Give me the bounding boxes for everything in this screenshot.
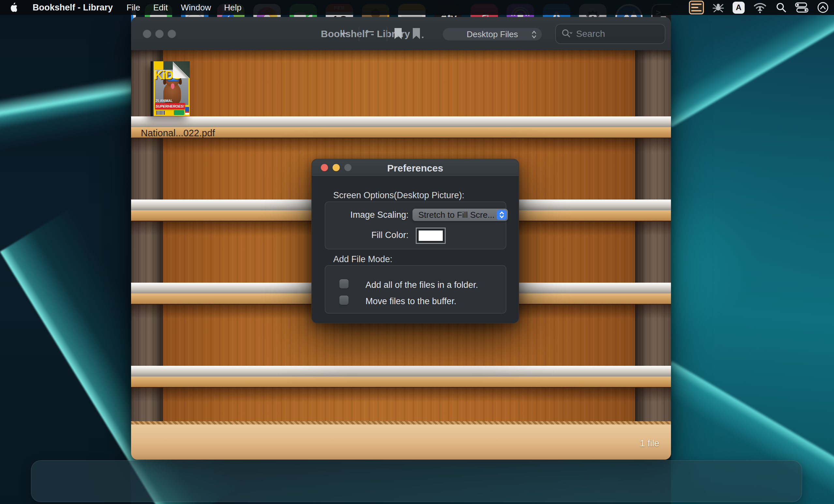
- wifi-alert-icon[interactable]: [752, 1, 767, 14]
- image-scaling-label: Image Scaling:: [325, 210, 409, 220]
- titlebar-shadow: [131, 50, 671, 61]
- dialog-title: Preferences: [312, 163, 519, 174]
- magazine-green-sticker: [174, 110, 184, 115]
- shelf-board-4: [131, 366, 671, 387]
- magazine-spine: [151, 61, 154, 116]
- drweb-spider-icon[interactable]: [712, 1, 725, 14]
- window-titlebar[interactable]: Bookshelf - Library + − Desktop Files: [131, 17, 671, 50]
- magazine-banner: SUPERHEROES!: [155, 103, 185, 109]
- zoom-button[interactable]: [168, 30, 176, 38]
- search-input[interactable]: [575, 28, 649, 40]
- fill-color-well[interactable]: [416, 227, 446, 244]
- add-all-files-checkbox[interactable]: [339, 279, 349, 288]
- toolbar-divider: [387, 27, 387, 41]
- add-file-button[interactable]: +: [340, 27, 348, 40]
- minimize-button[interactable]: [155, 30, 164, 38]
- move-files-buffer-label[interactable]: Move files to the buffer.: [366, 296, 457, 306]
- shelf-shadow: [131, 137, 671, 153]
- shelf-baseboard: 1 file: [131, 421, 671, 460]
- control-center-icon[interactable]: [795, 2, 809, 13]
- menu-file[interactable]: File: [120, 3, 147, 13]
- wallpaper-right-zone: [671, 0, 834, 504]
- bookmark-add-icon[interactable]: [413, 28, 420, 39]
- apple-menu-icon[interactable]: [0, 3, 25, 13]
- wallpaper-beam: [0, 54, 131, 158]
- wallpaper-glow: [671, 140, 814, 381]
- input-source-icon[interactable]: A: [732, 2, 745, 14]
- circle-chevron-icon[interactable]: [816, 1, 830, 14]
- toolbar-divider: [359, 27, 359, 41]
- magazine-banner-line1: 25 ANIMAL: [155, 99, 173, 103]
- fill-color-swatch: [419, 231, 443, 241]
- spotlight-icon[interactable]: [775, 2, 787, 13]
- screen-options-heading: Screen Options(Desktop Picture):: [333, 190, 464, 200]
- pdf-file-thumbnail[interactable]: KiDS 25 ANIMAL SUPERHEROES!: [151, 61, 190, 116]
- menubar-app-name[interactable]: Bookshelf - Library: [25, 3, 120, 13]
- file-name-label[interactable]: National...022.pdf: [141, 128, 215, 138]
- add-all-files-label[interactable]: Add all of the files in a folder.: [366, 280, 478, 290]
- collection-popup-value: Desktop Files: [466, 29, 518, 40]
- preferences-dialog: Preferences Screen Options(Desktop Pictu…: [311, 159, 519, 323]
- magazine-barcode: [156, 111, 164, 115]
- popup-stepper-icon: [497, 210, 507, 220]
- menu-help[interactable]: Help: [217, 3, 248, 13]
- search-icon: [561, 28, 572, 40]
- dog-tongue: [171, 84, 174, 89]
- screen-options-groupbox: Image Scaling: Stretch to Fill Scre... F…: [325, 201, 506, 249]
- file-count-status: 1 file: [640, 438, 659, 448]
- menu-edit[interactable]: Edit: [147, 3, 174, 13]
- search-field[interactable]: [555, 24, 665, 44]
- close-button[interactable]: [143, 30, 151, 38]
- magazine-logo-chip: [185, 107, 189, 115]
- menu-bar: Bookshelf - Library File Edit Window Hel…: [0, 0, 834, 15]
- page-curl: [173, 61, 190, 78]
- collection-popup[interactable]: Desktop Files: [443, 28, 542, 40]
- shelf-shadow: [131, 387, 671, 402]
- move-files-buffer-checkbox[interactable]: [339, 296, 349, 305]
- menu-window[interactable]: Window: [174, 3, 217, 13]
- popup-chevrons-icon: [531, 30, 537, 39]
- image-scaling-popup[interactable]: Stretch to Fill Scre...: [413, 209, 508, 221]
- add-file-mode-groupbox: Add all of the files in a folder. Move f…: [325, 265, 506, 314]
- baseboard-stitching: [131, 421, 671, 424]
- dock: [31, 460, 802, 502]
- fill-color-label: Fill Color:: [325, 230, 409, 240]
- bookmark-dot: [422, 37, 423, 38]
- remove-file-button[interactable]: −: [367, 25, 375, 39]
- image-scaling-value: Stretch to Fill Scre...: [413, 210, 495, 220]
- bookshelf-status-icon[interactable]: [689, 1, 704, 14]
- magazine-cover: KiDS 25 ANIMAL SUPERHEROES!: [154, 61, 190, 116]
- dialog-titlebar[interactable]: Preferences: [312, 159, 519, 177]
- add-file-mode-heading: Add File Mode:: [333, 254, 393, 264]
